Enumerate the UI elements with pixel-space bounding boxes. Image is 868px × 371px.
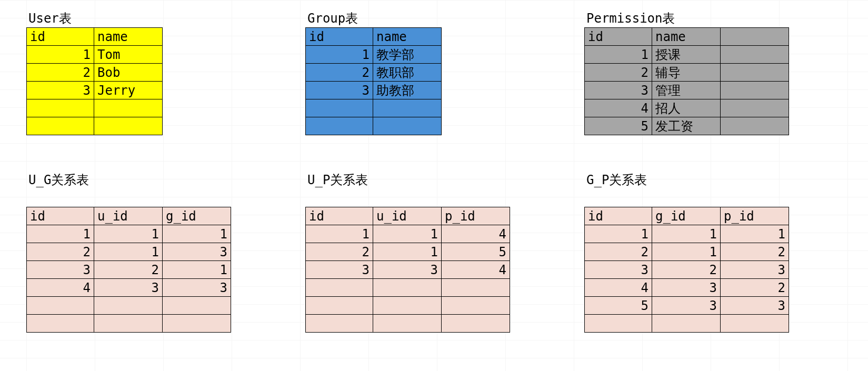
permission-table: id name 1授课 2辅导 3管理 4招人 5发工资 [584, 27, 789, 135]
cell-name: 发工资 [652, 117, 721, 135]
cell-uid: 1 [94, 243, 163, 261]
table-row: 3管理 [585, 82, 789, 99]
cell-gid: 2 [652, 261, 721, 279]
cell-name: 授课 [652, 46, 721, 64]
col-id: id [585, 207, 652, 225]
cell-uid: 1 [373, 243, 442, 261]
cell-id: 1 [585, 225, 652, 243]
cell-id: 1 [27, 46, 94, 64]
cell-gid: 1 [163, 225, 231, 243]
cell-id: 2 [306, 64, 373, 82]
cell-gid: 1 [163, 261, 231, 279]
cell-pid: 2 [721, 243, 789, 261]
col-name: name [373, 28, 442, 46]
table-row: 1授课 [585, 46, 789, 64]
up-table-block: U_P关系表 id u_id p_id 114 215 334 [305, 171, 510, 333]
table-header-row: id name [27, 28, 163, 46]
table-row: 111 [27, 225, 231, 243]
table-header-row: id name [306, 28, 442, 46]
col-uid: u_id [94, 207, 163, 225]
table-row-empty [306, 117, 442, 135]
user-table-block: User表 id name 1Tom 2Bob 3Jerry [26, 9, 163, 135]
cell-uid: 2 [94, 261, 163, 279]
gp-table-block: G_P关系表 id g_id p_id 111 212 323 432 533 [584, 171, 789, 333]
cell-id: 3 [27, 261, 94, 279]
cell-uid: 1 [94, 225, 163, 243]
cell-name: 管理 [652, 82, 721, 99]
gp-table-title: G_P关系表 [584, 171, 789, 189]
cell-id: 3 [585, 261, 652, 279]
table-row: 432 [585, 279, 789, 297]
cell-gid: 1 [652, 225, 721, 243]
table-row: 114 [306, 225, 510, 243]
cell-pid: 3 [721, 297, 789, 315]
table-row: 1Tom [27, 46, 163, 64]
spacer [26, 189, 231, 207]
cell-id: 4 [585, 99, 652, 117]
col-id: id [585, 28, 652, 46]
col-empty [721, 28, 789, 46]
up-table: id u_id p_id 114 215 334 [305, 207, 510, 333]
table-row: 323 [585, 261, 789, 279]
cell-id: 5 [585, 297, 652, 315]
table-header-row: id u_id p_id [306, 207, 510, 225]
cell-name: 教学部 [373, 46, 442, 64]
permission-table-title: Permission表 [584, 9, 789, 27]
group-table-title: Group表 [305, 9, 442, 27]
table-row: 215 [306, 243, 510, 261]
col-name: name [94, 28, 163, 46]
cell-id: 2 [27, 243, 94, 261]
cell-uid: 1 [373, 225, 442, 243]
table-row: 2Bob [27, 64, 163, 82]
col-id: id [27, 28, 94, 46]
cell-name: 辅导 [652, 64, 721, 82]
cell-name: 教职部 [373, 64, 442, 82]
cell-uid: 3 [94, 279, 163, 297]
cell-pid: 2 [721, 279, 789, 297]
table-row: 3助教部 [306, 82, 442, 99]
table-row-empty [27, 117, 163, 135]
table-row: 5发工资 [585, 117, 789, 135]
cell-id: 4 [585, 279, 652, 297]
table-row-empty [306, 279, 510, 297]
col-name: name [652, 28, 721, 46]
col-id: id [306, 28, 373, 46]
cell-id: 4 [27, 279, 94, 297]
permission-table-block: Permission表 id name 1授课 2辅导 3管理 4招人 5发工资 [584, 9, 789, 135]
cell-id: 2 [27, 64, 94, 82]
table-row: 1教学部 [306, 46, 442, 64]
table-row-empty [27, 297, 231, 315]
table-row-empty [306, 297, 510, 315]
cell-id: 3 [306, 261, 373, 279]
group-table-block: Group表 id name 1教学部 2教职部 3助教部 [305, 9, 442, 135]
gp-table: id g_id p_id 111 212 323 432 533 [584, 207, 789, 333]
cell-gid: 3 [652, 279, 721, 297]
col-uid: u_id [373, 207, 442, 225]
cell-pid: 3 [721, 261, 789, 279]
table-row-empty [27, 99, 163, 117]
ug-table-block: U_G关系表 id u_id g_id 111 213 321 433 [26, 171, 231, 333]
cell-pid: 5 [442, 243, 510, 261]
cell-name: Bob [94, 64, 163, 82]
col-gid: g_id [652, 207, 721, 225]
col-pid: p_id [442, 207, 510, 225]
table-row: 2教职部 [306, 64, 442, 82]
up-table-title: U_P关系表 [305, 171, 510, 189]
cell-uid: 3 [373, 261, 442, 279]
table-row-empty [27, 315, 231, 333]
cell-gid: 3 [163, 243, 231, 261]
cell-id: 3 [27, 82, 94, 99]
cell-gid: 1 [652, 243, 721, 261]
cell-id: 2 [585, 243, 652, 261]
cell-pid: 1 [721, 225, 789, 243]
table-row: 433 [27, 279, 231, 297]
col-id: id [27, 207, 94, 225]
spacer [305, 189, 510, 207]
table-row: 321 [27, 261, 231, 279]
table-row: 334 [306, 261, 510, 279]
col-id: id [306, 207, 373, 225]
col-gid: g_id [163, 207, 231, 225]
cell-name: Jerry [94, 82, 163, 99]
table-row: 4招人 [585, 99, 789, 117]
table-row: 212 [585, 243, 789, 261]
